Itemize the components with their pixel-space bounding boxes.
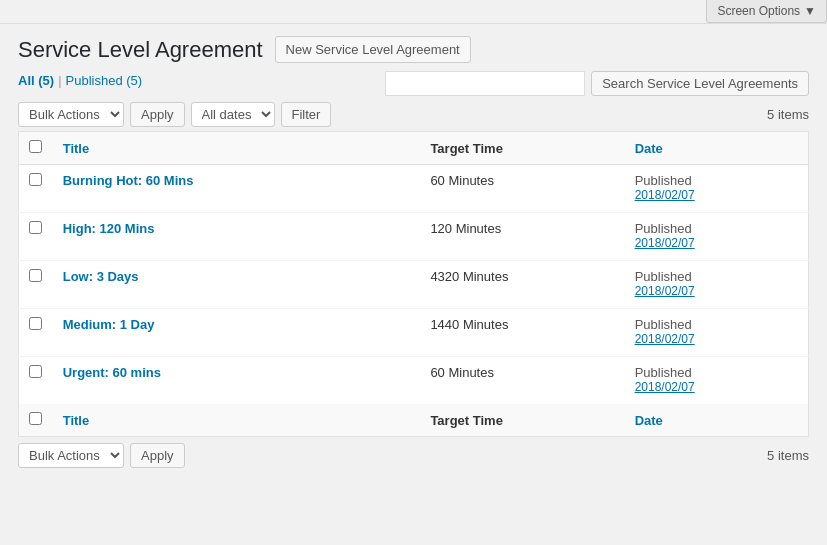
row-date: Published2018/02/07	[625, 261, 809, 309]
table-header-row: Title Target Time Date	[19, 132, 809, 165]
new-sla-button[interactable]: New Service Level Agreement	[275, 36, 471, 63]
date-filter-select[interactable]: All dates	[191, 102, 275, 127]
filter-published[interactable]: Published (5)	[66, 73, 143, 88]
row-status: Published	[635, 365, 798, 380]
filter-button[interactable]: Filter	[281, 102, 332, 127]
row-title-link[interactable]: Medium: 1 Day	[63, 317, 411, 332]
filter-links: All (5) | Published (5)	[18, 73, 142, 88]
bulk-actions-select-top[interactable]: Bulk Actions	[18, 102, 124, 127]
select-all-checkbox[interactable]	[29, 140, 42, 153]
bottom-controls-row: Bulk Actions Apply 5 items	[18, 443, 809, 468]
top-controls-row: Bulk Actions Apply All dates Filter 5 it…	[18, 102, 809, 127]
search-area: Search Service Level Agreements	[385, 71, 809, 96]
col-footer-title: Title	[53, 404, 421, 437]
row-status: Published	[635, 173, 798, 188]
row-target-time: 1440 Minutes	[420, 309, 624, 357]
row-status: Published	[635, 221, 798, 236]
row-date: Published2018/02/07	[625, 309, 809, 357]
table-row: High: 120 MinsEdit|Quick Edit|Trash|View…	[19, 213, 809, 261]
row-date-value[interactable]: 2018/02/07	[635, 284, 798, 298]
top-controls-left: Bulk Actions Apply All dates Filter	[18, 102, 331, 127]
row-date-value[interactable]: 2018/02/07	[635, 380, 798, 394]
sla-table: Title Target Time Date Burning Hot: 60 M…	[18, 131, 809, 437]
row-title-link[interactable]: Low: 3 Days	[63, 269, 411, 284]
row-checkbox[interactable]	[29, 365, 42, 378]
col-header-target-time: Target Time	[420, 132, 624, 165]
row-title-link[interactable]: Burning Hot: 60 Mins	[63, 173, 411, 188]
table-row: Low: 3 DaysEdit|Quick Edit|Trash|View432…	[19, 261, 809, 309]
row-target-time: 120 Minutes	[420, 213, 624, 261]
row-checkbox[interactable]	[29, 317, 42, 330]
bulk-actions-select-bottom[interactable]: Bulk Actions	[18, 443, 124, 468]
table-row: Urgent: 60 minsEdit|Quick Edit|Trash|Vie…	[19, 357, 809, 405]
filter-sep-1: |	[58, 73, 61, 88]
page-title: Service Level Agreement	[18, 37, 263, 63]
row-status: Published	[635, 269, 798, 284]
col-header-date[interactable]: Date	[625, 132, 809, 165]
row-date-value[interactable]: 2018/02/07	[635, 332, 798, 346]
screen-options-chevron: ▼	[804, 4, 816, 18]
subheader: All (5) | Published (5) Search Service L…	[18, 71, 809, 96]
screen-options-button[interactable]: Screen Options ▼	[706, 0, 827, 23]
row-date: Published2018/02/07	[625, 357, 809, 405]
row-date: Published2018/02/07	[625, 165, 809, 213]
row-title-link[interactable]: Urgent: 60 mins	[63, 365, 411, 380]
row-title-link[interactable]: High: 120 Mins	[63, 221, 411, 236]
row-target-time: 4320 Minutes	[420, 261, 624, 309]
table-row: Medium: 1 DayEdit|Quick Edit|Trash|View1…	[19, 309, 809, 357]
row-status: Published	[635, 317, 798, 332]
items-count-bottom: 5 items	[767, 448, 809, 463]
search-input[interactable]	[385, 71, 585, 96]
select-all-footer	[19, 404, 53, 437]
select-all-checkbox-footer[interactable]	[29, 412, 42, 425]
row-checkbox[interactable]	[29, 173, 42, 186]
table-row: Burning Hot: 60 MinsEdit|Quick Edit|Tras…	[19, 165, 809, 213]
row-date-value[interactable]: 2018/02/07	[635, 188, 798, 202]
row-target-time: 60 Minutes	[420, 357, 624, 405]
row-target-time: 60 Minutes	[420, 165, 624, 213]
screen-options-label: Screen Options	[717, 4, 800, 18]
row-checkbox[interactable]	[29, 269, 42, 282]
row-checkbox[interactable]	[29, 221, 42, 234]
row-date-value[interactable]: 2018/02/07	[635, 236, 798, 250]
filter-all[interactable]: All (5)	[18, 73, 54, 88]
items-count-top: 5 items	[767, 107, 809, 122]
col-footer-target-time: Target Time	[420, 404, 624, 437]
search-button[interactable]: Search Service Level Agreements	[591, 71, 809, 96]
table-footer-row: Title Target Time Date	[19, 404, 809, 437]
col-footer-date: Date	[625, 404, 809, 437]
col-header-title[interactable]: Title	[53, 132, 421, 165]
page-header: Service Level Agreement New Service Leve…	[18, 36, 809, 63]
select-all-header	[19, 132, 53, 165]
apply-button-bottom[interactable]: Apply	[130, 443, 185, 468]
row-date: Published2018/02/07	[625, 213, 809, 261]
apply-button-top[interactable]: Apply	[130, 102, 185, 127]
bottom-controls-left: Bulk Actions Apply	[18, 443, 185, 468]
